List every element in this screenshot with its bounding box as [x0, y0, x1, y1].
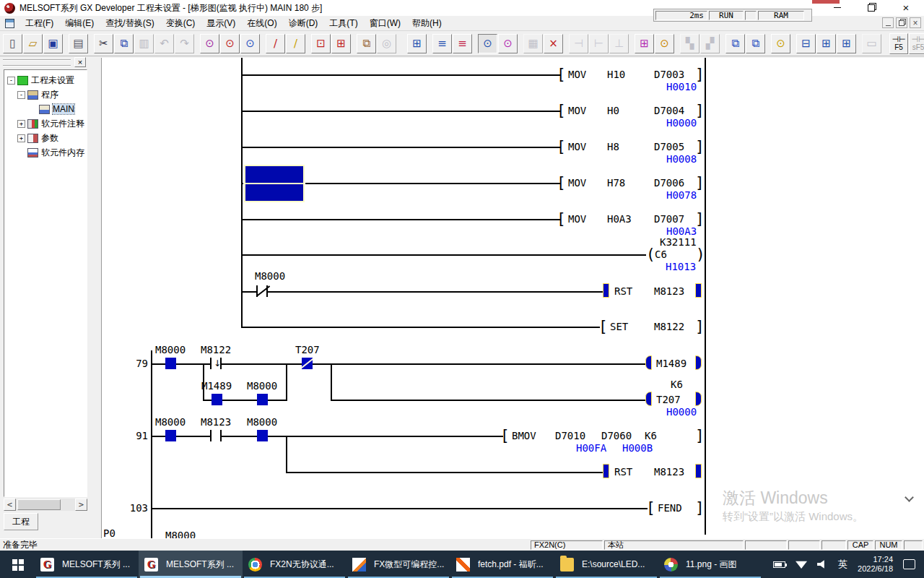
battery-icon[interactable] [773, 561, 785, 568]
monitor-stop-icon[interactable]: × [544, 34, 563, 53]
trace-icon[interactable]: ▞ [700, 34, 720, 53]
new-file-icon[interactable]: ▯ [3, 34, 22, 53]
mdi-restore-button[interactable] [896, 17, 907, 28]
comment-search-icon[interactable]: ⊙ [771, 34, 790, 53]
operand-dest[interactable]: D7005 [654, 141, 684, 152]
restore-button[interactable] [859, 0, 884, 15]
edit-cursor[interactable] [244, 165, 305, 202]
contact-pulse-m8122[interactable] [210, 358, 222, 369]
contact-on-m8000[interactable] [257, 394, 268, 405]
volume-icon[interactable] [817, 560, 828, 569]
zoom-out-icon[interactable]: ⊞ [331, 34, 351, 53]
tree-item-main[interactable]: MAIN [4, 102, 87, 116]
menu-tools[interactable]: 工具(T) [323, 16, 363, 31]
monitor-mode-icon[interactable]: ⊙ [478, 34, 497, 53]
operand-dest[interactable]: D7004 [654, 105, 684, 116]
paste-icon[interactable]: ▥ [134, 34, 154, 53]
disabled-tool-icon[interactable]: ◎ [377, 34, 396, 53]
start-button[interactable] [0, 551, 35, 578]
partial-run-icon[interactable]: ⊥ [609, 34, 629, 53]
screen-transfer-icon[interactable]: ⧉ [357, 34, 376, 53]
scrollbar-thumb[interactable] [17, 499, 61, 510]
operand-dest[interactable]: D7060 [601, 430, 632, 441]
sf5-parallel-contact-button[interactable]: ⊣⊢sF5 [909, 33, 924, 54]
menu-convert[interactable]: 变换(C) [160, 16, 201, 31]
menu-window[interactable]: 窗口(W) [364, 16, 406, 31]
menu-diagnostics[interactable]: 诊断(D) [283, 16, 324, 31]
print-icon[interactable]: ▤ [69, 34, 88, 53]
operand-dest[interactable]: M8122 [654, 321, 684, 332]
wifi-icon[interactable] [796, 560, 807, 569]
taskbar-app-melsoft-2[interactable]: MELSOFT系列 ... [139, 551, 243, 578]
instruction-rst[interactable]: RST [614, 285, 632, 297]
scroll-right-arrow[interactable]: > [75, 499, 87, 511]
new-window-icon[interactable]: ⧉ [746, 34, 765, 53]
find-icon[interactable]: ⊙ [200, 34, 219, 53]
instruction-mov[interactable]: MOV [568, 69, 586, 80]
contact-closed-on-t207[interactable] [302, 358, 313, 369]
menu-help[interactable]: 帮助(H) [406, 16, 448, 31]
tree-item-project-root[interactable]: - 工程未设置 [4, 73, 87, 87]
menu-view[interactable]: 显示(V) [201, 16, 241, 31]
taskbar-clock[interactable]: 17:24 2022/6/18 [858, 555, 893, 574]
taskbar-app-foxit-pdf[interactable]: fetch.pdf - 福昕... [450, 551, 554, 578]
mdi-minimize-button[interactable] [882, 17, 894, 28]
operand-source[interactable]: H0 [607, 105, 619, 116]
panel-grip[interactable] [3, 59, 71, 66]
insert-col-icon[interactable]: ⊞ [837, 34, 856, 53]
input-language-indicator[interactable]: 英 [838, 558, 847, 571]
menu-find-replace[interactable]: 查找/替换(S) [100, 16, 160, 31]
skip-run-icon[interactable]: ⊢ [589, 34, 609, 53]
taskbar-app-melsoft-1[interactable]: MELSOFT系列 ... [35, 551, 139, 578]
operand-dest[interactable]: D7003 [654, 69, 684, 80]
operand-source[interactable]: H78 [607, 177, 625, 189]
find-string-icon[interactable]: ⊙ [240, 34, 260, 53]
statement-display-icon[interactable]: ≡ [453, 34, 472, 53]
cut-icon[interactable]: ✂ [94, 34, 113, 53]
open-window-icon[interactable]: ⧉ [725, 34, 745, 53]
taskbar-app-chrome[interactable]: FX2N无协议通... [243, 551, 346, 578]
minimize-button[interactable] [825, 0, 850, 15]
close-button[interactable] [894, 0, 918, 15]
device-batch-monitor-icon[interactable]: ⊙ [655, 34, 674, 53]
zoom-in-icon[interactable]: ⊡ [311, 34, 331, 53]
contact-on-m8000[interactable] [165, 430, 176, 441]
scroll-down-icon[interactable] [905, 493, 914, 502]
copy-icon[interactable]: ⧉ [114, 34, 134, 53]
monitor-write-icon[interactable]: ⊙ [498, 34, 518, 53]
instruction-mov[interactable]: MOV [568, 177, 586, 189]
operand-dest[interactable]: M8123 [654, 466, 684, 478]
tree-expander[interactable]: - [17, 91, 25, 99]
tree-expander[interactable]: + [17, 120, 25, 128]
tree-item-device-comment[interactable]: + 软元件注释 [4, 116, 87, 131]
operand-source[interactable]: H10 [607, 69, 625, 80]
operand-dest[interactable]: D7007 [654, 213, 684, 225]
contact-closed-m8000[interactable] [256, 285, 268, 297]
taskbar-app-fx-doc[interactable]: FX微型可编程控... [346, 551, 450, 578]
contact-on-m1489[interactable] [212, 394, 222, 405]
operand-source[interactable]: H8 [607, 141, 619, 152]
contact-open-m8123[interactable] [210, 430, 222, 441]
comment-display-icon[interactable]: ≡ [432, 34, 452, 53]
instruction-rst[interactable]: RST [614, 466, 632, 478]
sidebar-close-button[interactable]: × [74, 57, 86, 67]
ruler-icon[interactable]: ▭ [862, 34, 881, 53]
instruction-set[interactable]: SET [610, 321, 628, 332]
instruction-bmov[interactable]: BMOV [512, 430, 536, 441]
tree-item-device-memory[interactable]: 软元件内存 [4, 145, 87, 160]
device-test-icon[interactable]: ⊞ [635, 34, 654, 53]
insert-row-icon[interactable]: ⊟ [796, 34, 816, 53]
tree-expander[interactable]: - [7, 77, 15, 85]
step-run-icon[interactable]: ⊣ [569, 34, 588, 53]
instruction-fend[interactable]: FEND [658, 502, 682, 514]
coil-m1489[interactable]: M1489 [656, 358, 687, 369]
instruction-mov[interactable]: MOV [568, 141, 586, 152]
open-folder-icon[interactable]: ▱ [23, 34, 43, 53]
statement-edit-icon[interactable]: ∕ [286, 34, 305, 53]
delete-row-icon[interactable]: ⊞ [816, 34, 836, 53]
instruction-mov[interactable]: MOV [568, 213, 586, 225]
scroll-left-arrow[interactable]: < [4, 499, 16, 511]
project-tab[interactable]: 工程 [4, 513, 38, 530]
operand-source[interactable]: H0A3 [607, 213, 632, 225]
operand-dest[interactable]: D7006 [654, 177, 684, 189]
